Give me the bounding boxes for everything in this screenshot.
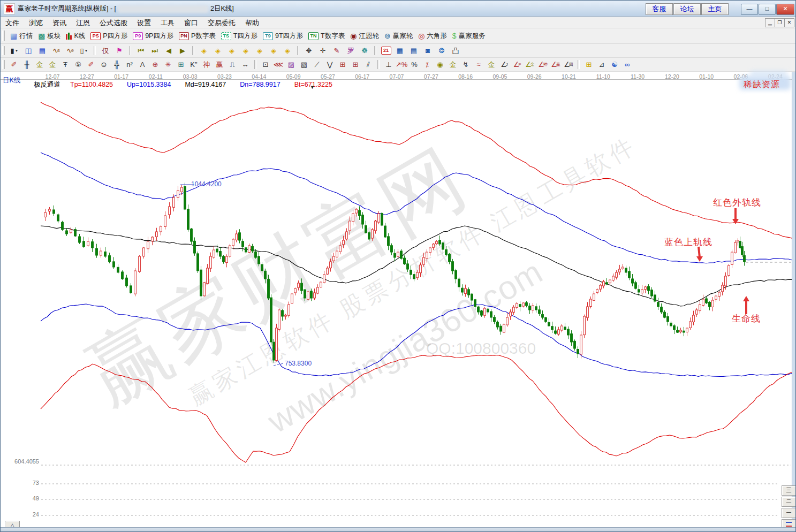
red-grid-2-icon[interactable]: ⊞ <box>350 59 361 71</box>
tool-winner-service[interactable]: $赢家服务 <box>450 31 488 42</box>
percent-line-icon[interactable]: ⁒ <box>421 59 433 71</box>
chart-9-icon[interactable]: ∿9 <box>64 44 77 57</box>
period-label[interactable]: 日K线 <box>3 76 20 85</box>
box-handle-icon[interactable]: ⊡ <box>260 59 271 71</box>
angle-j-icon[interactable]: ∠J <box>498 59 510 71</box>
diamond-right-icon[interactable]: ◈ <box>211 44 224 57</box>
ray-fan-icon[interactable]: ⋘ <box>272 59 284 71</box>
yellow-grid-icon[interactable]: ⊞ <box>583 59 595 71</box>
menu-item-0[interactable]: 文件 <box>1 17 24 29</box>
angle-gold-icon[interactable]: ∠金 <box>524 59 536 71</box>
golden-line-icon[interactable]: 金 <box>447 59 459 71</box>
diamond-down-icon[interactable]: ◈ <box>253 44 266 57</box>
percent-icon[interactable]: % <box>408 59 420 71</box>
menu-item-1[interactable]: 浏览 <box>24 17 48 29</box>
star-tool-icon[interactable]: ✳ <box>162 59 174 71</box>
tool-9t-square[interactable]: T99T四方形 <box>260 31 306 42</box>
pane-layout-button-2[interactable]: 一 <box>782 508 796 518</box>
f10-info-icon[interactable]: ▤ <box>36 44 49 57</box>
angle-shen-icon[interactable]: ∠神 <box>537 59 549 71</box>
five-grid-icon[interactable]: ⑤ <box>72 59 84 71</box>
mini-close-button[interactable]: ✕ <box>784 18 794 27</box>
titlebar-link-0[interactable]: 客服 <box>646 3 673 15</box>
red-grid-1-icon[interactable]: ⊞ <box>337 59 348 71</box>
f-grid-icon[interactable]: Ŧ <box>59 59 71 71</box>
diamond-left-icon[interactable]: ◈ <box>198 44 210 57</box>
mini-minimize-button[interactable]: ▁ <box>765 18 775 27</box>
wave-line-icon[interactable]: ⋁ <box>324 59 336 71</box>
red-pen-icon[interactable]: ✐ <box>85 59 97 71</box>
titlebar-link-2[interactable]: 主页 <box>701 3 729 15</box>
first-page-icon[interactable]: ⏮ <box>134 44 147 57</box>
next-page-icon[interactable]: ▶ <box>176 44 189 57</box>
menu-item-5[interactable]: 设置 <box>132 17 156 29</box>
indicator-name[interactable]: 极反通道 <box>34 81 60 88</box>
hand-tool-icon[interactable]: ✥ <box>302 44 315 57</box>
hatch-lines-icon[interactable]: ⫽ <box>362 59 374 71</box>
compass-tool-icon[interactable]: 罗 <box>344 44 357 57</box>
tool-gann-wheel[interactable]: ◉江恩轮 <box>347 31 382 42</box>
dense-grid-icon[interactable]: ╬ <box>111 59 123 71</box>
notepad-icon[interactable]: ▤ <box>407 44 420 57</box>
angle-si-icon[interactable]: ∠四 <box>563 59 574 71</box>
chart-3-icon[interactable]: ∿3 <box>50 44 63 57</box>
printer-icon[interactable]: 凸 <box>449 44 462 57</box>
menu-item-4[interactable]: 公式选股 <box>95 17 132 29</box>
candle-style-icon[interactable]: ▯▼ <box>78 44 90 57</box>
neural-tool-icon[interactable]: ☸ <box>358 44 371 57</box>
crosshair-icon[interactable]: ✛ <box>316 44 329 57</box>
diamond-up-icon[interactable]: ◈ <box>239 44 252 57</box>
shade-box-icon[interactable]: ▧ <box>298 59 310 71</box>
menu-item-7[interactable]: 窗口 <box>179 17 203 29</box>
tool-kline[interactable]: K线 <box>63 31 88 42</box>
angle-f-icon[interactable]: ∠F <box>511 59 523 71</box>
percent-drop-icon[interactable]: ↗% <box>396 59 407 71</box>
golden-grid-2-icon[interactable]: 金 <box>47 59 58 71</box>
indicator-dropdown-caret[interactable]: ▼ <box>310 85 315 90</box>
tool-winner-wheel[interactable]: ⊚赢家轮 <box>382 31 415 42</box>
minimize-button[interactable]: — <box>741 4 758 15</box>
k-mark-icon[interactable]: K" <box>188 59 200 71</box>
gann-grid-icon[interactable]: ╫ <box>21 59 33 71</box>
infinity-icon[interactable]: ∞ <box>621 59 633 71</box>
measure-tool-icon[interactable]: ✎ <box>330 44 343 57</box>
menu-item-9[interactable]: 帮助 <box>240 17 264 29</box>
golden-grid-1-icon[interactable]: 金 <box>34 59 46 71</box>
tool-9p-square[interactable]: P99P四方形 <box>130 31 176 42</box>
tool-sectors[interactable]: ▩板块 <box>35 31 63 42</box>
angle-ying-icon[interactable]: ∠赢 <box>550 59 562 71</box>
tool-p-square[interactable]: PSP四方形 <box>88 31 130 42</box>
menu-item-3[interactable]: 江恩 <box>71 17 95 29</box>
box-grid-icon[interactable]: ⊞ <box>175 59 187 71</box>
overlay-chart-icon[interactable]: ◫ <box>22 44 35 57</box>
titlebar-link-1[interactable]: 论坛 <box>673 3 701 15</box>
n2-grid-icon[interactable]: n² <box>124 59 135 71</box>
circle-cross-icon[interactable]: ⊕ <box>149 59 161 71</box>
menu-item-8[interactable]: 交易委托 <box>203 17 240 29</box>
angle-a-icon[interactable]: A <box>137 59 148 71</box>
tool-quotes[interactable]: ▦行情 <box>7 31 35 42</box>
save-icon[interactable]: ◙ <box>421 44 434 57</box>
mini-restore-button[interactable]: ❐ <box>775 18 785 27</box>
pane-layout-button-1[interactable]: 二 <box>782 497 796 507</box>
tool-p-number-table[interactable]: PNP数字表 <box>176 31 218 42</box>
ying-grid-icon[interactable]: 赢 <box>214 59 225 71</box>
shade-box-purple-icon[interactable]: ▨ <box>285 59 297 71</box>
calculator-icon[interactable]: ▦ <box>393 44 406 57</box>
tool-t-square[interactable]: TST四方形 <box>218 31 260 42</box>
taiji-icon[interactable]: ☯ <box>609 59 620 71</box>
draw-pen-icon[interactable]: ✐ <box>8 59 20 71</box>
gann-marker-icon[interactable]: 仅 <box>99 44 112 57</box>
period-selector-icon[interactable]: ▮▼ <box>8 44 21 57</box>
pane-layout-button-0[interactable]: 三 <box>782 485 796 496</box>
candle-pen-icon[interactable]: ↯ <box>460 59 472 71</box>
menu-item-2[interactable]: 资讯 <box>48 17 71 29</box>
web-browser-icon[interactable]: ❂ <box>435 44 448 57</box>
prev-page-icon[interactable]: ◀ <box>162 44 175 57</box>
tool-hexagon[interactable]: ◎六角形 <box>415 31 450 42</box>
color-flag-icon[interactable]: ⚑ <box>113 44 126 57</box>
diamond-both-icon[interactable]: ◈ <box>225 44 238 57</box>
h-span-icon[interactable]: ↔ <box>239 59 251 71</box>
ruler-123-icon[interactable]: ⎍ <box>226 59 238 71</box>
trend-line-icon[interactable]: ⟋ <box>311 59 323 71</box>
